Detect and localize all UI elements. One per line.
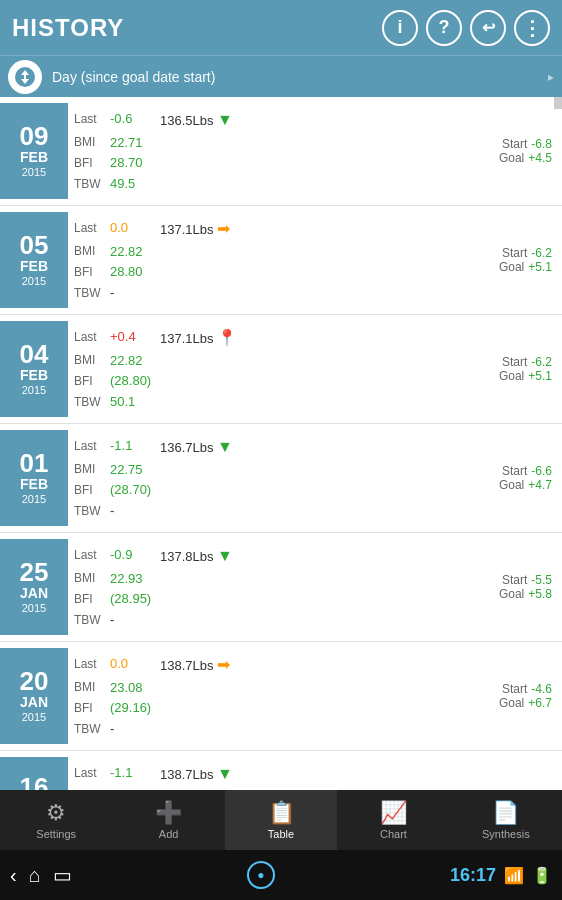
trend-flat-icon: ➡ (217, 656, 230, 673)
nav-synthesis-button[interactable]: 📄 Synthesis (450, 790, 562, 850)
goal-row: Goal +5.1 (499, 260, 552, 274)
metric-value: 22.75 (110, 460, 160, 481)
help-button[interactable]: ? (426, 10, 462, 46)
entry-day: 09 (20, 123, 49, 149)
entry-body: Last 0.0 137.1Lbs ➡ BMI 22.82 BFI 28.80 … (68, 212, 472, 308)
metric-label: TBW (74, 611, 110, 630)
metric-value: 22.82 (110, 242, 160, 263)
table-row[interactable]: 09 FEB 2015 Last -0.6 136.5Lbs ▼ BMI 22.… (0, 97, 562, 206)
entry-day: 05 (20, 232, 49, 258)
metric-label: BFI (74, 590, 110, 609)
metric-value: 22.71 (110, 133, 160, 154)
entry-metric-row: Last -1.1 138.7Lbs ▼ (74, 761, 466, 787)
table-row[interactable]: 16 JAN 2015 Last -1.1 138.7Lbs ▼ BMI BFI… (0, 751, 562, 790)
entry-year: 2015 (22, 493, 46, 506)
entry-goals: Start -6.2 Goal +5.1 (472, 321, 562, 417)
metric-label: BMI (74, 242, 110, 261)
start-row: Start -6.8 (502, 137, 552, 151)
metric-value: 22.93 (110, 569, 160, 590)
entry-month: FEB (20, 258, 48, 275)
table-icon: 📋 (268, 800, 295, 826)
entry-metric-row: BFI (28.70) (74, 480, 466, 501)
entry-body: Last -1.1 138.7Lbs ▼ BMI BFI TBW (68, 757, 472, 790)
metric-label: BMI (74, 133, 110, 152)
metric-value: 50.1 (110, 392, 160, 413)
metric-label: Last (74, 764, 110, 783)
entry-year: 2015 (22, 711, 46, 724)
entry-day: 04 (20, 341, 49, 367)
table-row[interactable]: 25 JAN 2015 Last -0.9 137.8Lbs ▼ BMI 22.… (0, 533, 562, 642)
start-value: -5.5 (531, 573, 552, 587)
statusbar-left: ‹ ⌂ ▭ (10, 863, 72, 887)
subheader: Day (since goal date start) ▸ (0, 55, 562, 97)
subheader-nav-icon (8, 60, 42, 94)
metric-label: BMI (74, 351, 110, 370)
home-button[interactable]: ⌂ (29, 864, 41, 887)
goal-label: Goal (499, 369, 524, 383)
entry-metric-row: BFI 28.70 (74, 153, 466, 174)
goal-label: Goal (499, 478, 524, 492)
arrows-icon (14, 66, 36, 88)
entry-metric-row: BFI 28.80 (74, 262, 466, 283)
entry-year: 2015 (22, 602, 46, 615)
goal-row: Goal +5.8 (499, 587, 552, 601)
metric-label: BFI (74, 699, 110, 718)
nav-chart-button[interactable]: 📈 Chart (337, 790, 449, 850)
start-label: Start (502, 355, 527, 369)
entry-year: 2015 (22, 384, 46, 397)
metric-label: Last (74, 437, 110, 456)
start-value: -6.6 (531, 464, 552, 478)
entry-metric-row: BFI (29.16) (74, 698, 466, 719)
time-display: 16:17 (450, 865, 496, 886)
goal-value: +4.7 (528, 478, 552, 492)
entry-year: 2015 (22, 166, 46, 179)
entry-metric-row: Last 0.0 138.7Lbs ➡ (74, 652, 466, 678)
entry-date: 01 FEB 2015 (0, 430, 68, 526)
metric-weight: 137.8Lbs ▼ (160, 543, 250, 569)
nav-table-label: Table (268, 828, 294, 840)
metric-label: Last (74, 328, 110, 347)
table-row[interactable]: 04 FEB 2015 Last +0.4 137.1Lbs 📍 BMI 22.… (0, 315, 562, 424)
table-row[interactable]: 01 FEB 2015 Last -1.1 136.7Lbs ▼ BMI 22.… (0, 424, 562, 533)
goal-row: Goal +5.1 (499, 369, 552, 383)
start-row: Start -6.2 (502, 246, 552, 260)
metric-label: BFI (74, 154, 110, 173)
chart-icon: 📈 (380, 800, 407, 826)
scroll-indicator (554, 97, 562, 109)
goal-label: Goal (499, 260, 524, 274)
more-button[interactable]: ⋮ (514, 10, 550, 46)
metric-label: TBW (74, 502, 110, 521)
trend-down-icon: ▼ (217, 438, 233, 455)
start-row: Start -6.2 (502, 355, 552, 369)
back-nav-button[interactable]: ‹ (10, 864, 17, 887)
entry-date: 04 FEB 2015 (0, 321, 68, 417)
metric-weight: 136.5Lbs ▼ (160, 107, 250, 133)
metric-label: BFI (74, 481, 110, 500)
record-button[interactable]: ● (247, 861, 275, 889)
metric-label: TBW (74, 284, 110, 303)
synthesis-icon: 📄 (492, 800, 519, 826)
info-button[interactable]: i (382, 10, 418, 46)
metric-label: Last (74, 546, 110, 565)
start-label: Start (502, 573, 527, 587)
entry-goals: Start -6.8 Goal +4.5 (472, 103, 562, 199)
nav-settings-button[interactable]: ⚙ Settings (0, 790, 112, 850)
entry-metric-row: BMI 23.08 (74, 678, 466, 699)
nav-add-button[interactable]: ➕ Add (112, 790, 224, 850)
nav-settings-label: Settings (36, 828, 76, 840)
add-icon: ➕ (155, 800, 182, 826)
metric-label: BMI (74, 460, 110, 479)
recent-apps-button[interactable]: ▭ (53, 863, 72, 887)
metric-value: - (110, 719, 160, 740)
start-value: -4.6 (531, 682, 552, 696)
app-header: HISTORY i ? ↩ ⋮ (0, 0, 562, 55)
back-button[interactable]: ↩ (470, 10, 506, 46)
metric-value: - (110, 283, 160, 304)
entry-metric-row: TBW 49.5 (74, 174, 466, 195)
table-row[interactable]: 20 JAN 2015 Last 0.0 138.7Lbs ➡ BMI 23.0… (0, 642, 562, 751)
nav-synthesis-label: Synthesis (482, 828, 530, 840)
entry-goals: Start -4.6 Goal +6.7 (472, 648, 562, 744)
table-row[interactable]: 05 FEB 2015 Last 0.0 137.1Lbs ➡ BMI 22.8… (0, 206, 562, 315)
nav-table-button[interactable]: 📋 Table (225, 790, 337, 850)
entry-goals: Start -4.6 Goal +6.7 (472, 757, 562, 790)
